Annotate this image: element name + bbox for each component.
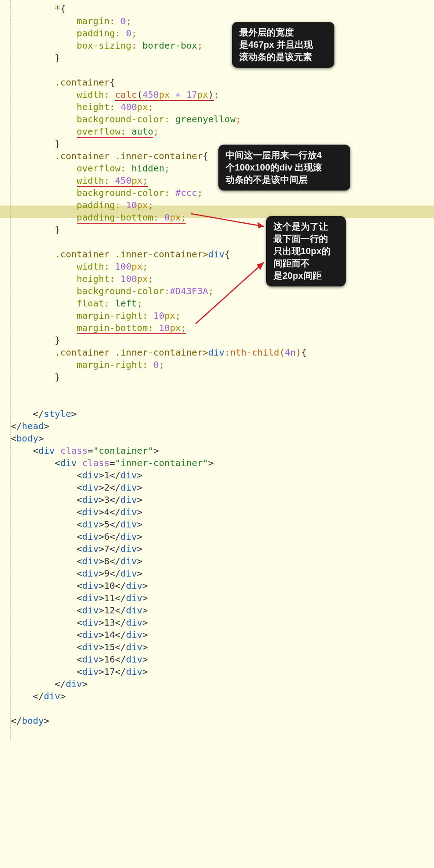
arrow-2 <box>0 0 434 364</box>
callout-outer-width: 最外层的宽度 是467px 并且出现 滚动条的是该元素 <box>232 22 334 68</box>
svg-marker-3 <box>257 262 264 270</box>
svg-line-2 <box>196 262 264 324</box>
callout-padding-bottom: 这个是为了让 最下面一行的 只出现10px的 间距而不 是20px间距 <box>266 216 346 286</box>
callout-inner-layer: 中间这一层用来一行放4 个100x100的div 出现滚 动条的不是该中间层 <box>218 145 350 191</box>
